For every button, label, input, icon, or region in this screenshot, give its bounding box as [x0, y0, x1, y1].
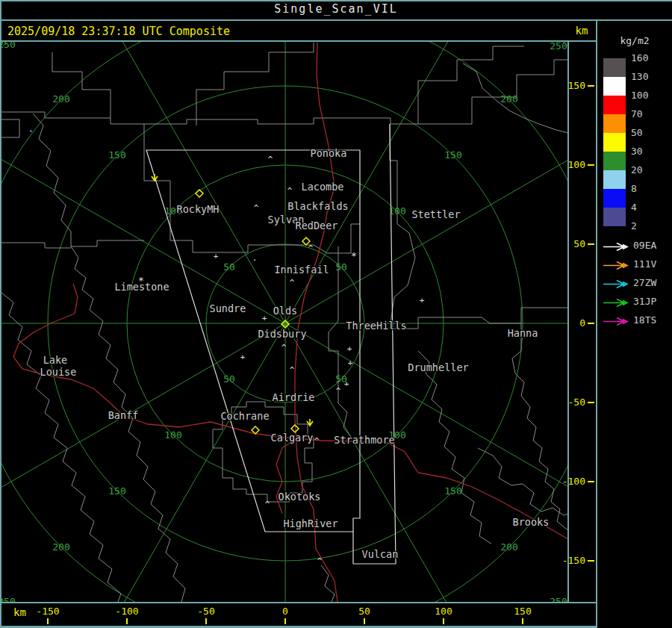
vil-scale-value-label: 100 — [631, 90, 661, 101]
right-axis-tick — [588, 402, 594, 403]
town-marker-caret: ^ — [290, 278, 295, 287]
vil-scale-value-label: 160 — [631, 53, 661, 63]
county-boundary — [390, 124, 568, 329]
right-axis-tick — [588, 85, 594, 87]
radar-arrow-icon — [602, 278, 630, 287]
radar-site-marker — [196, 190, 203, 197]
ring-distance-label: 250 — [550, 40, 567, 52]
town-marker-caret: ^ — [254, 203, 259, 213]
bottom-axis-tick-label: 100 — [421, 606, 466, 617]
radial-line — [285, 114, 647, 323]
vil-scale-value-label: 2 — [631, 221, 661, 231]
town-marker-dot: . — [252, 253, 258, 263]
bottom-axis-tick-label: 150 — [500, 606, 545, 617]
ring-distance-label: 150 — [108, 485, 125, 497]
town-marker-star: * — [138, 275, 144, 286]
radar-id-label: 09EA — [633, 240, 668, 251]
town-marker-plus: + — [347, 344, 352, 354]
town-marker-plus: + — [344, 379, 349, 389]
town-marker-caret: ^ — [308, 243, 314, 253]
ring-distance-label: 200 — [52, 93, 69, 105]
town-marker-caret: ^ — [265, 500, 270, 509]
right-axis-tick-label: -100 — [556, 476, 585, 487]
radar-map: 5050505010010010010015015015015020020020… — [0, 0, 672, 628]
ring-distance-label: 200 — [52, 541, 69, 553]
county-boundary — [33, 114, 71, 246]
town-marker-plus: + — [262, 314, 267, 323]
bottom-axis-tick-label: -50 — [184, 606, 228, 617]
city-label: RedDeer — [296, 220, 338, 231]
town-marker-caret: ^ — [336, 386, 341, 396]
radar-arrow-icon — [602, 296, 630, 306]
city-label: Blackfalds — [287, 200, 348, 212]
ring-distance-label: 250 — [0, 596, 16, 607]
ring-distance-label: 100 — [164, 429, 181, 441]
vil-scale-swatch — [603, 133, 626, 152]
radar-app-window: Single_Scan_VIL 2025/09/18 23:37:18 UTC … — [0, 0, 672, 628]
bottom-axis-tick — [522, 618, 523, 624]
town-marker-plus: + — [214, 252, 219, 261]
city-label: Lacombe — [302, 181, 344, 193]
city-label: Brooks — [513, 516, 550, 528]
storm-motion-arrow — [152, 174, 158, 181]
ring-distance-label: 250 — [0, 39, 16, 50]
radar-id-label: 18TS — [633, 315, 668, 326]
radial-line — [285, 323, 647, 532]
vil-scale-swatch — [603, 152, 626, 170]
county-boundary — [71, 246, 185, 602]
ring-distance-label: 50 — [335, 261, 347, 273]
vil-scale-value-label: 4 — [631, 202, 661, 213]
city-label: Ponoka — [311, 147, 347, 159]
vil-scale-value-label: 50 — [631, 128, 661, 138]
radar-arrow-icon — [602, 240, 630, 250]
city-label: RockyMH — [177, 203, 220, 215]
county-boundary — [1, 293, 121, 602]
right-axis-tick — [588, 323, 594, 324]
ring-distance-label: 150 — [444, 485, 461, 497]
right-axis-tick-label: 150 — [556, 80, 585, 91]
radar-id-label: 27ZW — [633, 278, 668, 288]
county-boundary — [196, 43, 314, 125]
radar-arrow-icon — [602, 315, 630, 325]
county-boundary — [1, 112, 418, 124]
vil-scale-value-label: 20 — [631, 165, 661, 175]
town-marker-caret: ^ — [281, 343, 287, 352]
city-label: Olds — [273, 305, 298, 317]
city-label: Strathmore — [334, 434, 394, 446]
county-boundary — [418, 46, 524, 124]
bottom-axis-tick — [205, 618, 207, 624]
county-boundary — [418, 60, 568, 124]
vil-scale-swatch — [603, 58, 626, 77]
city-label: HighRiver — [283, 517, 337, 529]
city-label: Innisfail — [274, 264, 329, 276]
right-axis-tick-label: 100 — [556, 159, 585, 170]
ring-distance-label: 150 — [108, 149, 125, 161]
town-marker-caret: ^ — [287, 186, 293, 196]
radar-id-label: 31JP — [633, 296, 668, 307]
radial-line — [76, 0, 285, 323]
right-axis-tick — [588, 164, 594, 166]
city-label: ThreeHills — [346, 320, 406, 332]
bottom-axis-tick-label: -100 — [105, 606, 149, 617]
right-axis-tick-label: -150 — [556, 555, 585, 566]
city-label: Calgary — [271, 432, 314, 444]
town-marker-plus: + — [348, 358, 353, 368]
ring-distance-label: 200 — [500, 541, 517, 553]
bottom-axis-tick — [364, 618, 365, 624]
right-axis-tick — [588, 560, 594, 562]
right-axis-tick-label: 0 — [556, 317, 585, 329]
town-marker-caret: ^ — [317, 556, 323, 566]
city-label: Lake — [43, 354, 68, 366]
ring-distance-label: 250 — [550, 596, 567, 607]
city-label: Cochrane — [220, 410, 269, 422]
vil-scale-swatch — [603, 114, 626, 133]
ring-distance-label: 150 — [444, 149, 461, 161]
county-boundary — [321, 565, 335, 602]
bottom-axis-tick-label: 50 — [342, 606, 387, 617]
vil-scale-value-label: 30 — [631, 146, 661, 157]
vil-scale-swatch — [603, 96, 626, 114]
county-boundary — [1, 119, 19, 137]
vil-echo — [30, 130, 32, 132]
legend-units-label: kg/m2 — [611, 35, 659, 46]
city-label: Vulcan — [362, 548, 399, 560]
